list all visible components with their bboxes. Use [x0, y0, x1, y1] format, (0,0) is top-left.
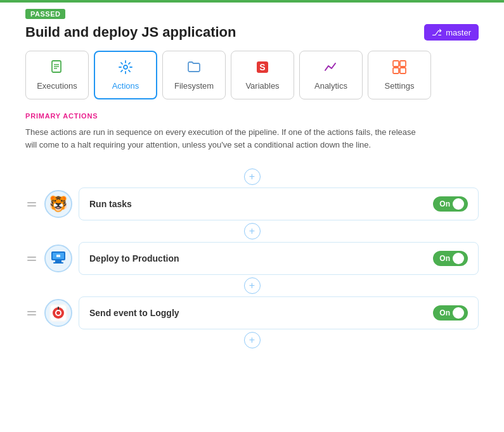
drag-line: [27, 205, 36, 206]
tab-executions[interactable]: Executions: [25, 51, 89, 99]
tab-executions-label: Executions: [37, 81, 77, 91]
drag-handle-loggly[interactable]: [25, 311, 38, 315]
tab-filesystem-label: Filesystem: [174, 81, 214, 91]
tab-filesystem[interactable]: Filesystem: [162, 51, 226, 99]
svg-rect-15: [56, 255, 60, 257]
svg-rect-8: [400, 61, 406, 67]
tab-analytics[interactable]: Analytics: [299, 51, 363, 99]
svg-text:S: S: [259, 62, 265, 72]
add-button-bottom[interactable]: +: [244, 332, 261, 348]
action-name-run-tasks: Run tasks: [89, 199, 132, 209]
svg-rect-21: [58, 307, 59, 310]
action-icon-loggly: [44, 299, 72, 327]
analytics-icon: [323, 60, 339, 77]
svg-rect-7: [393, 61, 399, 67]
svg-rect-12: [55, 260, 61, 262]
top-status-bar: [0, 0, 504, 3]
toggle-circle-loggly: [453, 307, 464, 319]
branch-label: master: [446, 28, 471, 37]
tab-variables-label: Variables: [245, 81, 279, 91]
svg-rect-9: [393, 68, 399, 73]
drag-handle-deploy[interactable]: [25, 257, 38, 261]
svg-rect-13: [53, 262, 63, 264]
drag-line: [27, 257, 36, 258]
page-header: Build and deploy JS application ⎇ master: [0, 19, 504, 51]
toggle-label-loggly: On: [439, 308, 450, 317]
drag-handle-run-tasks[interactable]: [25, 202, 38, 206]
tab-actions[interactable]: Actions: [94, 51, 157, 99]
tiger-icon: 🐯: [49, 195, 68, 213]
executions-icon: [49, 60, 65, 77]
branch-icon: ⎇: [432, 27, 442, 37]
actions-list: + 🐯 Run tasks On +: [0, 166, 504, 351]
passed-badge: PASSED: [25, 9, 65, 19]
add-button-2[interactable]: +: [244, 223, 261, 239]
toggle-run-tasks[interactable]: On: [433, 196, 468, 212]
svg-point-4: [124, 65, 127, 69]
action-card-run-tasks: Run tasks On: [79, 187, 479, 220]
toggle-deploy[interactable]: On: [433, 251, 468, 266]
add-button-top[interactable]: +: [244, 168, 261, 185]
actions-icon: [118, 60, 133, 77]
variables-icon: S: [255, 60, 270, 77]
toggle-circle-deploy: [453, 253, 464, 264]
tab-settings[interactable]: Settings: [368, 51, 431, 99]
toggle-label-run-tasks: On: [439, 200, 450, 208]
action-name-loggly: Send event to Loggly: [89, 308, 179, 318]
toggle-label-deploy: On: [439, 254, 450, 263]
drag-line: [27, 311, 36, 312]
primary-actions-label: PRIMARY ACTIONS: [0, 112, 504, 126]
tab-actions-label: Actions: [112, 81, 139, 91]
drag-line: [27, 314, 36, 315]
action-card-deploy: Deploy to Production On: [79, 242, 479, 275]
tab-analytics-label: Analytics: [314, 81, 347, 91]
action-row-deploy: Deploy to Production On: [25, 242, 479, 275]
tab-variables[interactable]: S Variables: [231, 51, 294, 99]
action-row-loggly: Send event to Loggly On: [25, 296, 479, 329]
filesystem-icon: [186, 60, 202, 77]
deploy-icon: [50, 248, 67, 269]
settings-icon: [392, 60, 407, 77]
action-name-deploy: Deploy to Production: [89, 253, 179, 264]
toggle-loggly[interactable]: On: [433, 305, 468, 321]
action-row-run-tasks: 🐯 Run tasks On: [25, 187, 479, 220]
primary-actions-description: These actions are run in sequence on eve…: [0, 126, 444, 166]
add-button-3[interactable]: +: [244, 277, 261, 294]
tabs-container: Executions Actions Filesystem S Variable…: [0, 51, 504, 112]
drag-line: [27, 202, 36, 203]
branch-button[interactable]: ⎇ master: [424, 24, 479, 41]
svg-point-20: [56, 311, 60, 315]
tab-settings-label: Settings: [385, 81, 415, 91]
action-card-loggly: Send event to Loggly On: [79, 296, 479, 329]
action-icon-deploy: [44, 245, 72, 272]
drag-line: [27, 260, 36, 261]
action-icon-run-tasks: 🐯: [44, 190, 72, 218]
page-title: Build and deploy JS application: [25, 24, 236, 41]
svg-rect-10: [400, 68, 406, 73]
toggle-circle-run-tasks: [453, 198, 464, 210]
